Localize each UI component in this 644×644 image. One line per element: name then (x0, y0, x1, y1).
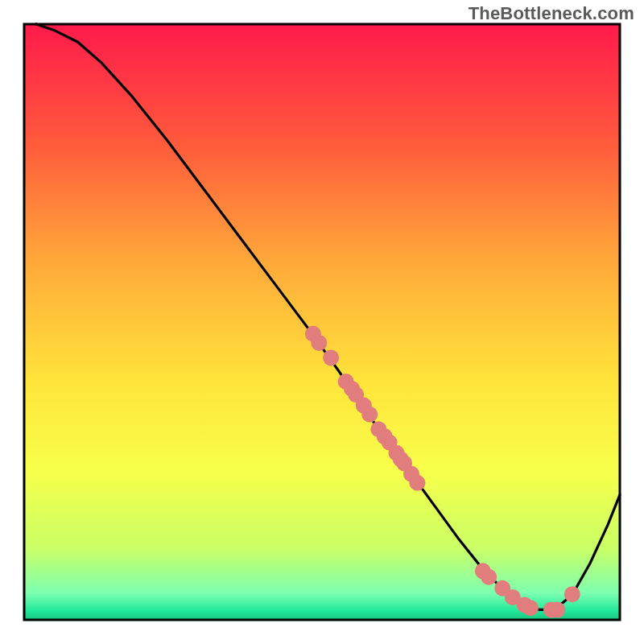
watermark-text: TheBottleneck.com (469, 3, 634, 24)
chart-container: TheBottleneck.com (0, 0, 644, 644)
marker-point (522, 600, 539, 616)
plot-background (24, 24, 620, 620)
marker-point (549, 601, 565, 617)
marker-point (323, 349, 339, 365)
bottleneck-chart (0, 0, 644, 644)
marker-point (409, 475, 425, 491)
marker-point (564, 586, 580, 602)
marker-point (311, 335, 327, 351)
marker-point (361, 407, 378, 423)
marker-point (481, 569, 497, 585)
